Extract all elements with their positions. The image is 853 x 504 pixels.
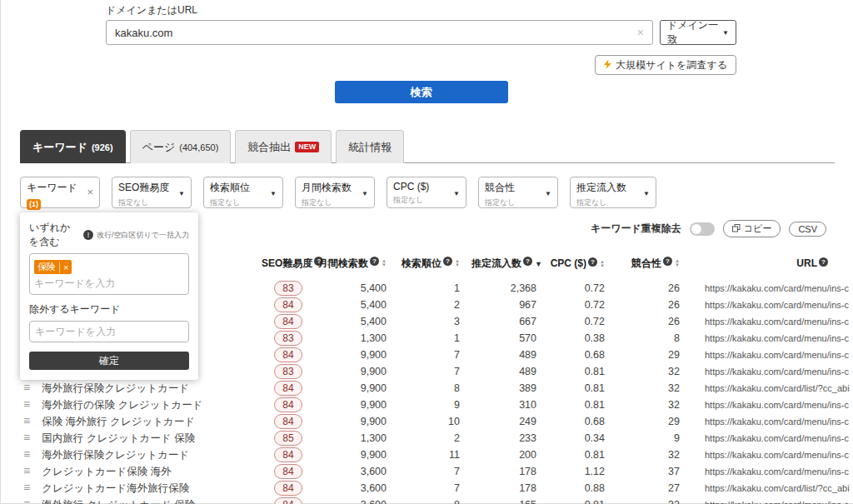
filter-dropdown[interactable]: SEO難易度 指定なし ▼ xyxy=(112,177,192,208)
dedupe-toggle[interactable] xyxy=(690,222,715,236)
filter-dropdown[interactable]: CPC ($) 指定なし ▼ xyxy=(387,177,466,208)
rank-value: 2 xyxy=(398,297,471,313)
clear-filter-icon[interactable]: × xyxy=(87,186,93,198)
filter-label: SEO難易度 xyxy=(118,181,185,195)
url-link[interactable]: https://kakaku.com/card/menu/ins-c xyxy=(691,430,853,447)
tab-competitor-extract[interactable]: 競合抽出 NEW xyxy=(235,130,332,163)
est-traffic-value: 570 xyxy=(471,330,548,347)
help-icon[interactable]: ? xyxy=(663,257,672,266)
column-header-seo-difficulty[interactable]: SEO難易度?▲▼ xyxy=(262,247,315,280)
include-keywords-box[interactable]: 保険 × xyxy=(29,253,189,295)
rank-value: 10 xyxy=(398,413,471,430)
monthly-searches-value: 9,900 xyxy=(315,347,398,363)
keyword-text: 海外旅行保険クレジットカード xyxy=(42,382,189,394)
help-icon[interactable]: ? xyxy=(588,257,597,267)
chevron-down-icon: ▼ xyxy=(453,190,460,197)
match-type-select[interactable]: ドメイン一致 ▼ xyxy=(660,20,736,45)
url-link[interactable]: https://kakaku.com/card/menu/ins-c xyxy=(691,297,853,313)
filter-keyword[interactable]: キーワード (1) × xyxy=(20,177,100,208)
drag-handle-icon[interactable]: ≡ xyxy=(23,481,30,494)
filter-dropdown[interactable]: 月間検索数 指定なし ▼ xyxy=(295,177,375,208)
cpc-value: 0.88 xyxy=(548,480,616,497)
help-icon[interactable]: ? xyxy=(523,257,532,266)
keyword-text: クレジットカード海外旅行保険 xyxy=(42,482,189,494)
url-link[interactable]: https://kakaku.com/card/menu/ins-c xyxy=(691,313,853,330)
filter-dropdown[interactable]: 競合性 指定なし ▼ xyxy=(478,177,558,208)
column-header-est-traffic[interactable]: 推定流入数?▼ xyxy=(471,247,548,280)
sort-icon[interactable]: ▲▼ xyxy=(382,259,387,267)
seo-difficulty-badge: 84 xyxy=(274,397,302,412)
drag-handle-icon[interactable]: ≡ xyxy=(23,397,30,411)
help-icon[interactable]: ? xyxy=(443,257,452,266)
sort-icon[interactable]: ▲▼ xyxy=(675,259,680,267)
seo-difficulty-badge: 83 xyxy=(274,364,302,379)
keyword-text: 海外旅行保険クレジットカード xyxy=(42,449,189,461)
column-header-competition[interactable]: 競合性?▲▼ xyxy=(616,247,691,280)
monthly-searches-value: 3,600 xyxy=(315,497,398,504)
include-keyword-input[interactable] xyxy=(34,277,184,289)
sort-icon[interactable]: ▲▼ xyxy=(600,260,605,268)
url-link[interactable]: https://kakaku.com/card/menu/ins-c xyxy=(691,497,853,504)
est-traffic-value: 233 xyxy=(471,430,548,447)
sort-icon[interactable]: ▲▼ xyxy=(455,259,460,267)
filter-dropdown[interactable]: 推定流入数 指定なし ▼ xyxy=(570,177,656,208)
monthly-searches-value: 5,400 xyxy=(315,313,398,330)
search-button[interactable]: 検索 xyxy=(335,81,508,103)
url-link[interactable]: https://kakaku.com/card/menu/ins-c xyxy=(691,347,853,363)
filter-value: 指定なし xyxy=(393,195,460,206)
new-badge: NEW xyxy=(295,142,319,152)
confirm-button[interactable]: 確定 xyxy=(29,352,189,370)
exclude-label: 除外するキーワード xyxy=(29,302,189,317)
url-link[interactable]: https://kakaku.com/card/menu/ins-c xyxy=(691,330,853,347)
cpc-value: 0.81 xyxy=(548,447,616,463)
copy-button[interactable]: コピー xyxy=(723,220,781,237)
url-link[interactable]: https://kakaku.com/card/menu/ins-c xyxy=(691,463,853,480)
tab-keywords[interactable]: キーワード (926) xyxy=(20,130,126,163)
monthly-searches-value: 9,900 xyxy=(315,413,398,430)
cpc-value: 0.72 xyxy=(548,297,616,313)
drag-handle-icon[interactable]: ≡ xyxy=(23,497,30,504)
drag-handle-icon[interactable]: ≡ xyxy=(23,431,30,444)
seo-difficulty-badge: 84 xyxy=(274,481,302,496)
csv-button-label: CSV xyxy=(798,224,817,234)
column-header-rank[interactable]: 検索順位?▲▼ xyxy=(398,247,471,280)
help-icon[interactable]: ? xyxy=(370,257,379,266)
keyword-text: 海外旅行の保険 クレジットカード xyxy=(42,399,202,411)
drag-handle-icon[interactable]: ≡ xyxy=(23,381,30,394)
help-icon[interactable]: ? xyxy=(819,257,828,267)
tab-statistics[interactable]: 統計情報 xyxy=(336,130,404,163)
large-site-button[interactable]: 大規模サイトを調査する xyxy=(595,55,736,75)
url-link[interactable]: https://kakaku.com/card/menu/ins-c xyxy=(691,447,853,463)
column-header-cpc[interactable]: CPC ($)?▲▼ xyxy=(548,247,616,280)
include-hint: 改行/空白区切りで一括入力 xyxy=(97,230,189,241)
tab-label: 統計情報 xyxy=(348,140,392,155)
filter-label: 競合性 xyxy=(485,181,551,195)
monthly-searches-value: 1,300 xyxy=(315,330,398,347)
url-link[interactable]: https://kakaku.com/card/menu/ins-c xyxy=(691,363,853,380)
remove-tag-icon[interactable]: × xyxy=(59,262,72,273)
cpc-value: 0.34 xyxy=(548,430,616,447)
est-traffic-value: 178 xyxy=(471,480,548,497)
url-link[interactable]: https://kakaku.com/card/menu/ins-c xyxy=(691,397,853,413)
drag-handle-icon[interactable]: ≡ xyxy=(23,447,30,461)
cpc-value: 0.38 xyxy=(548,330,616,347)
url-link[interactable]: https://kakaku.com/card/menu/ins-c xyxy=(691,280,853,297)
rank-value: 7 xyxy=(398,347,471,363)
url-link[interactable]: https://kakaku.com/card/list/?cc_abi xyxy=(691,380,853,397)
filter-label: キーワード xyxy=(27,181,93,195)
clear-input-icon[interactable]: × xyxy=(629,26,652,39)
sort-desc-icon[interactable]: ▼ xyxy=(535,260,542,268)
drag-handle-icon[interactable]: ≡ xyxy=(23,464,30,477)
drag-handle-icon[interactable]: ≡ xyxy=(23,414,30,427)
url-link[interactable]: https://kakaku.com/card/list/?cc_abi xyxy=(691,480,853,497)
filter-dropdown[interactable]: 検索順位 指定なし ▼ xyxy=(203,177,283,208)
domain-input[interactable] xyxy=(107,27,629,39)
csv-button[interactable]: CSV xyxy=(789,222,826,237)
large-site-row: 大規模サイトを調査する xyxy=(106,55,736,75)
column-header-monthly-searches[interactable]: 月間検索数?▲▼ xyxy=(315,247,398,280)
rank-value: 3 xyxy=(398,313,471,330)
exclude-keyword-input[interactable] xyxy=(29,321,189,342)
url-link[interactable]: https://kakaku.com/card/menu/ins-c xyxy=(691,413,853,430)
monthly-searches-value: 1,300 xyxy=(315,430,398,447)
tab-pages[interactable]: ページ (404,650) xyxy=(130,130,232,163)
